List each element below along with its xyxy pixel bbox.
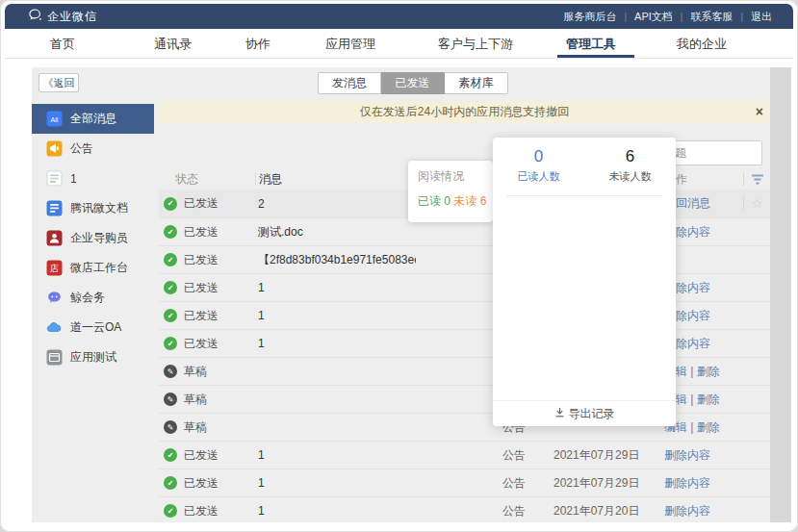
- sidebar-item-label: 微店工作台: [70, 260, 128, 276]
- status-sent-icon: [164, 225, 177, 239]
- content-area: 《返回 发消息 已发送 素材库 All 全部消息 公告: [32, 67, 770, 522]
- sidebar-item-microshop-workbench[interactable]: 店 微店工作台: [32, 253, 154, 283]
- logout-link[interactable]: 退出: [743, 10, 780, 24]
- main-navbar: 首页 通讯录 协作 应用管理 客户与上下游 管理工具 我的企业: [5, 29, 793, 59]
- status-draft-icon: [164, 365, 177, 378]
- table-row[interactable]: 草稿 编辑 | 删除: [159, 385, 770, 413]
- sidebar-item-label: 应用测试: [70, 349, 116, 366]
- nav-contacts[interactable]: 通讯录: [154, 36, 192, 53]
- topbar: 企业微信 服务商后台 | API文档 | 联系客服 | 退出: [5, 4, 793, 29]
- sidebar-item-1[interactable]: 1: [32, 164, 154, 193]
- close-icon[interactable]: ×: [756, 104, 763, 119]
- star-icon[interactable]: ☆: [752, 196, 763, 211]
- svg-text:店: 店: [50, 264, 59, 273]
- list-note-icon: [46, 170, 63, 187]
- delete-content-link[interactable]: 删除内容: [664, 448, 710, 462]
- sidebar-item-label: 全部消息: [70, 111, 116, 127]
- export-records-label: 导出记录: [569, 406, 615, 422]
- status-draft-icon: [164, 420, 177, 434]
- status-sent-icon: [164, 337, 177, 350]
- unread-count-label: 未读人数: [584, 169, 676, 184]
- delete-content-link[interactable]: 删除内容: [664, 504, 710, 518]
- status-sent-icon: [164, 309, 177, 322]
- sidebar-item-app-test[interactable]: 应用测试: [32, 342, 154, 372]
- read-status-bubble: 阅读情况 已读 0 未读 6: [408, 161, 493, 222]
- svg-text:All: All: [51, 116, 59, 123]
- contact-support-link[interactable]: 联系客服: [682, 10, 740, 24]
- status-sent-icon: [164, 281, 177, 294]
- table-row[interactable]: 草稿 编辑 | 删除: [159, 357, 770, 385]
- app-logo: 企业微信: [28, 8, 97, 26]
- provider-console-link[interactable]: 服务商后台: [555, 10, 624, 24]
- nav-my-company[interactable]: 我的企业: [677, 36, 727, 53]
- read-status-header: 阅读情况: [418, 168, 493, 185]
- sidebar-item-whale-conference[interactable]: 鲸会务: [32, 283, 154, 313]
- export-records-button[interactable]: 导出记录: [493, 400, 676, 426]
- sidebar-item-label: 道一云OA: [70, 319, 121, 336]
- nav-customers[interactable]: 客户与上下游: [438, 36, 513, 53]
- table-row[interactable]: 已发送 1 删除内容: [159, 273, 770, 301]
- api-docs-link[interactable]: API文档: [627, 10, 681, 24]
- table-row[interactable]: 已发送 1 公告 2021年07月29日 删除内容: [159, 469, 770, 496]
- document-icon: [46, 200, 63, 216]
- tab-send-message[interactable]: 发消息: [318, 72, 381, 94]
- table-row[interactable]: 已发送 1 删除内容: [159, 301, 770, 329]
- sidebar-item-shopping-guide[interactable]: 企业导购员: [32, 223, 154, 253]
- sidebar-item-label: 鲸会务: [70, 290, 105, 306]
- read-count: 0: [493, 147, 584, 166]
- sidebar-item-label: 腾讯微文档: [70, 200, 128, 216]
- status-sent-icon: [164, 197, 177, 211]
- download-icon: [554, 407, 565, 420]
- shop-icon: 店: [46, 260, 63, 276]
- message-tabs: 发消息 已发送 素材库: [318, 72, 508, 94]
- filter-icon[interactable]: [751, 174, 764, 185]
- chat-bubble-icon: [46, 290, 63, 306]
- topbar-links: 服务商后台 | API文档 | 联系客服 | 退出: [555, 4, 780, 29]
- read-count-inline[interactable]: 已读 0: [418, 194, 450, 208]
- status-sent-icon: [164, 448, 177, 462]
- status-sent-icon: [164, 476, 177, 490]
- tab-sent[interactable]: 已发送: [381, 72, 445, 94]
- app-title: 企业微信: [47, 9, 97, 25]
- sidebar-item-daoyiyun-oa[interactable]: 道一云OA: [32, 313, 154, 342]
- header-message: 消息: [255, 172, 416, 186]
- right-gutter: [770, 67, 791, 522]
- nav-home[interactable]: 首页: [50, 36, 75, 53]
- read-count-label: 已读人数: [493, 169, 584, 184]
- app-sidebar: All 全部消息 公告 1 腾讯微文档: [32, 104, 154, 372]
- sidebar-item-label: 1: [70, 172, 77, 186]
- status-draft-icon: [164, 393, 177, 406]
- table-row[interactable]: 草稿 公告 编辑 | 删除: [159, 413, 770, 441]
- sidebar-item-all-messages[interactable]: All 全部消息: [32, 104, 154, 134]
- back-button[interactable]: 《返回: [39, 73, 79, 92]
- table-row[interactable]: 已发送 1 公告 2021年07月29日 删除内容: [159, 441, 770, 469]
- table-row[interactable]: 已发送 1 删除内容: [159, 329, 770, 357]
- sidebar-item-label: 公告: [70, 140, 93, 157]
- app-window-icon: [46, 349, 63, 366]
- all-badge-icon: All: [46, 111, 63, 127]
- unread-count-inline[interactable]: 未读 6: [453, 194, 486, 208]
- sidebar-item-announcement[interactable]: 公告: [32, 134, 154, 164]
- status-sent-icon: [164, 253, 177, 266]
- status-sent-icon: [164, 504, 177, 518]
- table-row[interactable]: 已发送 1 公告 2021年07月20日 删除内容: [159, 496, 770, 522]
- delete-content-link[interactable]: 删除内容: [664, 476, 710, 490]
- popup-divider: [506, 195, 662, 196]
- chat-bubble-logo-icon: [28, 8, 42, 26]
- megaphone-icon: [46, 140, 63, 157]
- read-stats-popup: 0 已读人数 6 未读人数 导出记录: [493, 138, 676, 426]
- sidebar-item-tencent-docs[interactable]: 腾讯微文档: [32, 193, 154, 223]
- tab-material-library[interactable]: 素材库: [445, 72, 508, 94]
- nav-admin-tools[interactable]: 管理工具: [566, 36, 616, 53]
- nav-app-management[interactable]: 应用管理: [325, 36, 375, 53]
- active-tab-underline: [557, 55, 634, 58]
- unread-count: 6: [584, 147, 676, 166]
- cloud-icon: [46, 319, 63, 336]
- header-status: 状态: [159, 171, 255, 188]
- nav-collaboration[interactable]: 协作: [245, 36, 270, 53]
- table-row[interactable]: 已发送 【2f8d83bf034b1e971fe5083eea...: [159, 245, 770, 273]
- app-window: 企业微信 服务商后台 | API文档 | 联系客服 | 退出 首页 通讯录 协作…: [0, 0, 798, 532]
- person-badge-icon: [46, 230, 63, 246]
- sidebar-item-label: 企业导购员: [70, 230, 128, 246]
- recall-notice-bar: 仅在发送后24小时内的应用消息支持撤回 ×: [159, 101, 770, 123]
